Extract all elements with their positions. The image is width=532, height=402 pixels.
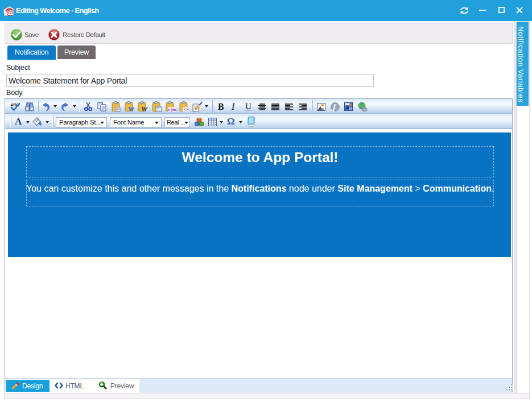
- svg-text:HTML: HTML: [168, 108, 176, 111]
- svg-text:W: W: [128, 105, 134, 112]
- svg-text:@: @: [6, 8, 14, 16]
- svg-text:W: W: [141, 105, 148, 112]
- svg-text:<>: <>: [184, 107, 188, 111]
